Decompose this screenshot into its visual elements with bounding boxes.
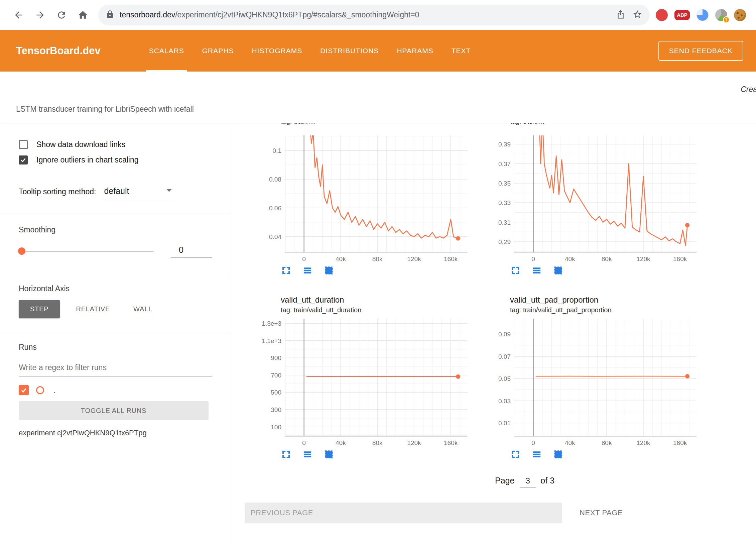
divider bbox=[0, 274, 231, 274]
runs-filter-input[interactable] bbox=[19, 361, 212, 376]
svg-text:1.3e+3: 1.3e+3 bbox=[262, 320, 281, 327]
checkbox-label: Ignore outliers in chart scaling bbox=[36, 155, 139, 165]
run-row: . bbox=[19, 385, 212, 395]
previous-page-button[interactable]: PREVIOUS PAGE bbox=[245, 503, 562, 523]
show-download-links-checkbox[interactable]: Show data download links bbox=[19, 137, 212, 152]
refresh-icon[interactable] bbox=[55, 8, 68, 22]
toggle-all-runs-button[interactable]: TOGGLE ALL RUNS bbox=[19, 401, 209, 420]
adblock-extension-icon[interactable] bbox=[656, 9, 668, 21]
svg-text:900: 900 bbox=[271, 354, 281, 361]
checkbox-unchecked-icon[interactable] bbox=[19, 140, 28, 149]
axis-step-button[interactable]: STEP bbox=[19, 300, 60, 318]
tab-histograms[interactable]: HISTOGRAMS bbox=[243, 30, 311, 72]
expand-chart-icon[interactable] bbox=[510, 265, 521, 276]
chart-tag: tag: train/… bbox=[510, 123, 701, 126]
experiment-id-text: experiment cj2vtPiwQHKN9Q1tx6PTpg bbox=[19, 429, 212, 437]
tab-text[interactable]: TEXT bbox=[443, 30, 480, 72]
expand-chart-icon[interactable] bbox=[281, 449, 291, 460]
home-icon[interactable] bbox=[76, 8, 90, 22]
svg-text:40k: 40k bbox=[336, 255, 346, 262]
page-number-input[interactable] bbox=[520, 476, 536, 488]
svg-text:0.03: 0.03 bbox=[498, 398, 511, 405]
svg-text:0.06: 0.06 bbox=[269, 205, 281, 212]
forward-icon[interactable] bbox=[33, 8, 47, 22]
svg-text:100: 100 bbox=[271, 424, 281, 431]
url-domain: tensorboard.dev bbox=[120, 10, 175, 19]
data-lines-icon[interactable] bbox=[302, 449, 313, 460]
experiment-description: LSTM transducer training for LibriSpeech… bbox=[16, 105, 194, 114]
tensorboard-header: TensorBoard.dev SCALARS GRAPHS HISTOGRAM… bbox=[0, 30, 756, 72]
bookmark-star-icon[interactable] bbox=[632, 9, 642, 21]
tooltip-sorting-dropdown[interactable]: default bbox=[102, 186, 174, 198]
data-lines-icon[interactable] bbox=[531, 265, 542, 276]
tab-hparams[interactable]: HPARAMS bbox=[388, 30, 442, 72]
tooltip-sorting-label: Tooltip sorting method: bbox=[19, 187, 96, 198]
svg-text:0: 0 bbox=[531, 439, 535, 446]
svg-text:80k: 80k bbox=[602, 439, 612, 446]
address-bar[interactable]: tensorboard.dev/experiment/cj2vtPiwQHKN9… bbox=[98, 5, 650, 25]
chart-tag: tag: train/valid_utt_duration bbox=[281, 305, 472, 315]
svg-text:160k: 160k bbox=[444, 255, 458, 262]
send-feedback-button[interactable]: SEND FEEDBACK bbox=[658, 41, 743, 61]
smoothing-slider[interactable] bbox=[19, 251, 154, 252]
fit-domain-icon[interactable] bbox=[553, 449, 563, 460]
blue-extension-icon[interactable] bbox=[697, 9, 709, 21]
svg-text:40k: 40k bbox=[336, 439, 346, 446]
content: Show data download links Ignore outliers… bbox=[0, 123, 756, 547]
svg-text:80k: 80k bbox=[372, 439, 383, 446]
horizontal-axis-label: Horizontal Axis bbox=[19, 284, 212, 293]
chevron-down-icon bbox=[166, 189, 172, 192]
next-page-button[interactable]: NEXT PAGE bbox=[574, 503, 629, 523]
expand-chart-icon[interactable] bbox=[510, 449, 521, 460]
svg-text:1.1e+3: 1.1e+3 bbox=[262, 337, 281, 344]
chart-card-valid-utt-duration: valid_utt_duration tag: train/valid_utt_… bbox=[261, 295, 472, 460]
fit-domain-icon[interactable] bbox=[553, 265, 563, 276]
axis-wall-button[interactable]: WALL bbox=[126, 300, 160, 318]
settings-sidebar: Show data download links Ignore outliers… bbox=[0, 123, 231, 547]
pagination: Page of 3 bbox=[305, 476, 745, 488]
smoothing-value-input[interactable]: 0 bbox=[171, 244, 212, 258]
checkbox-checked-icon[interactable] bbox=[19, 155, 28, 165]
experiment-subheader: Crea LSTM transducer training for LibriS… bbox=[0, 72, 756, 123]
abp-extension-icon[interactable]: ABP bbox=[674, 10, 690, 20]
dropdown-value: default bbox=[104, 186, 158, 196]
svg-text:120k: 120k bbox=[636, 439, 650, 446]
line-chart[interactable]: 040k80k120k160k0.090.070.050.030.01 bbox=[491, 315, 701, 446]
svg-text:160k: 160k bbox=[673, 255, 687, 262]
extensions-area: ABP 1 bbox=[656, 9, 746, 21]
svg-text:40k: 40k bbox=[565, 255, 575, 262]
ignore-outliers-checkbox[interactable]: Ignore outliers in chart scaling bbox=[19, 152, 212, 168]
run-color-circle-icon[interactable] bbox=[36, 386, 44, 394]
share-icon[interactable] bbox=[616, 9, 626, 21]
chart-card-valid-utt-pad-proportion: valid_utt_pad_proportion tag: train/vali… bbox=[491, 295, 701, 460]
chart-tag: tag: train/… bbox=[281, 123, 472, 126]
line-chart[interactable]: 040k80k120k160k0.10.080.060.04 bbox=[261, 126, 472, 262]
data-lines-icon[interactable] bbox=[302, 265, 313, 276]
axis-relative-button[interactable]: RELATIVE bbox=[69, 300, 117, 318]
lock-icon bbox=[106, 10, 114, 20]
svg-text:0.04: 0.04 bbox=[269, 233, 281, 240]
tab-graphs[interactable]: GRAPHS bbox=[193, 30, 243, 72]
svg-text:500: 500 bbox=[271, 389, 281, 396]
svg-text:40k: 40k bbox=[565, 439, 575, 446]
page-label: Page bbox=[495, 476, 514, 485]
notification-badge: 1 bbox=[723, 16, 730, 23]
tab-scalars[interactable]: SCALARS bbox=[140, 30, 193, 72]
divider bbox=[0, 333, 231, 333]
svg-text:160k: 160k bbox=[673, 439, 687, 446]
line-chart[interactable]: 040k80k120k160k1.3e+31.1e+39007005003001… bbox=[261, 315, 472, 446]
slider-thumb[interactable] bbox=[18, 247, 25, 255]
checkbox-label: Show data download links bbox=[36, 140, 125, 149]
run-checkbox-checked-icon[interactable] bbox=[19, 385, 29, 395]
chart-card-cropped-2: tag: train/… 040k80k120k160k0.390.370.35… bbox=[491, 123, 701, 276]
profile-avatar-icon[interactable]: 1 bbox=[715, 9, 727, 21]
back-icon[interactable] bbox=[12, 8, 25, 22]
cookie-extension-icon[interactable] bbox=[734, 9, 746, 21]
tab-distributions[interactable]: DISTRIBUTIONS bbox=[311, 30, 388, 72]
line-chart[interactable]: 040k80k120k160k0.390.370.350.330.310.29 bbox=[491, 126, 701, 262]
divider bbox=[0, 214, 231, 214]
fit-domain-icon[interactable] bbox=[324, 265, 334, 276]
expand-chart-icon[interactable] bbox=[281, 265, 291, 276]
fit-domain-icon[interactable] bbox=[324, 449, 334, 460]
data-lines-icon[interactable] bbox=[531, 449, 542, 460]
